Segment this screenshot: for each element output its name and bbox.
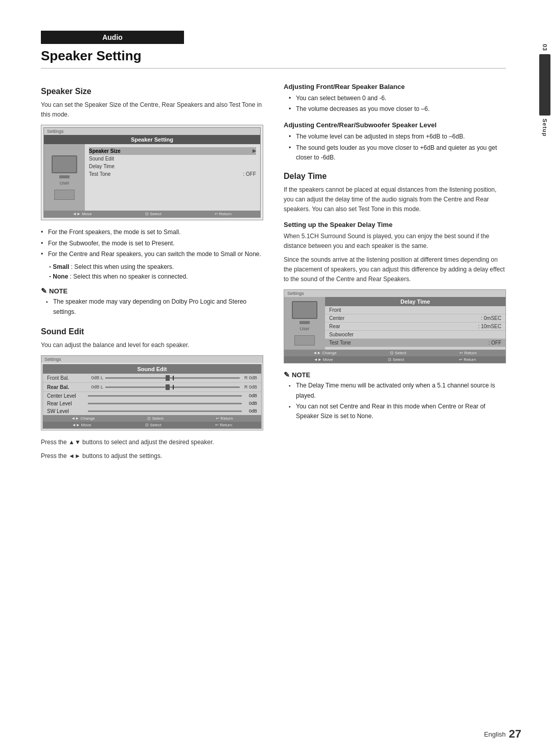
footer-move: ◄► Move [73, 212, 92, 216]
dt-note-title: ✎ NOTE [284, 371, 506, 379]
dt-footer2-select: ⊡ Select [388, 357, 404, 362]
se-footer-return: ↩ Return [216, 416, 233, 421]
mockup-menu-area: Speaker Size ▶ Sound Edit Delay Time [85, 144, 260, 211]
dt-user-label: User [300, 326, 309, 331]
sound-edit-title: Sound Edit [41, 327, 263, 336]
bullet-item: The sound gets louder as you move closer… [289, 143, 506, 163]
se-settings-label: Settings [41, 356, 263, 363]
sw-level-label: SW Level [47, 408, 88, 414]
rear-level-row: Rear Level 0dB [43, 400, 261, 407]
menu-item-sound-edit: Sound Edit [89, 155, 256, 163]
footer-language: English [484, 730, 506, 738]
speaker-size-title: Speaker Size [41, 87, 263, 96]
rear-bal-left: 0dB L [88, 384, 103, 390]
dt-note-item: You can not set Centre and Rear in this … [289, 402, 506, 421]
dt-item-label: Center [329, 315, 344, 321]
setting-up-body1: When 5.1CH Surround Sound is played, you… [284, 232, 506, 251]
delay-time-body: If the speakers cannot be placed at equa… [284, 185, 506, 215]
dt-footer2: ◄► Move ⊡ Select ↩ Return [284, 356, 505, 363]
tv-icon [52, 155, 77, 173]
note-label: NOTE [49, 287, 67, 295]
dt-body: User Delay Time Front Center : 0mSE [284, 297, 505, 350]
rear-level-label: Rear Level [47, 401, 88, 406]
dash-list: - Small : Select this when using the spe… [49, 262, 263, 282]
se-title: Sound Edit [43, 364, 261, 374]
bullet-item: The volume decreases as you move closer … [289, 104, 506, 114]
dt-footer2-return: ↩ Return [459, 357, 476, 362]
mockup-menu-title: Speaker Setting [44, 135, 260, 144]
rear-bal-bar-container: 0dB L R 0dB [88, 384, 257, 390]
front-bal-center [173, 376, 174, 380]
dt-footer: ◄► Change ⊡ Select ↩ Return [284, 350, 505, 356]
side-tab-label: Setup [541, 116, 549, 140]
se-footer-select: ⊡ Select [147, 416, 163, 421]
se-footer: ◄► Change ⊡ Select ↩ Return [43, 415, 261, 422]
dt-item-rear: Rear : 10mSEC [325, 323, 505, 331]
sw-level-row: SW Level 0dB [43, 407, 261, 415]
audio-header: Audio [41, 31, 184, 44]
menu-item-label: Speaker Size [89, 148, 121, 154]
setting-up-title: Setting up the Speaker Delay Time [284, 221, 506, 228]
dt-item-label: Test Tone [329, 340, 351, 346]
bullet-item: The volume level can be adjusted in step… [289, 132, 506, 142]
bullet-item: You can select between 0 and -6. [289, 94, 506, 103]
footer-return: ↩ Return [215, 212, 232, 216]
front-bal-marker [166, 375, 170, 381]
dash-item-small: - Small : Select this when using the spe… [49, 262, 263, 272]
rear-bal-bar [105, 386, 240, 388]
centre-rear-sub-title: Adjusting Centre/Rear/Subwoofer Speaker … [284, 121, 506, 129]
speaker-size-note: ✎ NOTE The speaker mode may vary dependi… [41, 287, 263, 316]
tv-stand [59, 175, 70, 178]
menu-item-label: Sound Edit [89, 156, 114, 162]
dt-item-value: : OFF [488, 340, 501, 346]
rear-bal-row: Rear Bal. 0dB L R 0dB [43, 383, 261, 392]
front-bal-bar-container: 0dB L R 0dB [88, 375, 257, 380]
speaker-icon [54, 190, 75, 200]
speaker-size-body: You can set the Speaker Size of the Cent… [41, 100, 263, 120]
rear-level-val: 0dB [242, 401, 257, 406]
sw-level-val: 0dB [242, 408, 257, 414]
note-icon: ✎ [41, 287, 47, 295]
setting-up-body2: Since the sounds arrive at the listening… [284, 255, 506, 285]
mockup-tv-area: User [44, 144, 85, 211]
side-tab-number: 03 [541, 41, 549, 54]
speaker-size-mockup: Settings Speaker Setting User [41, 125, 263, 220]
sw-level-bar [88, 410, 242, 412]
delay-time-note: ✎ NOTE The Delay Time menu will be activ… [284, 371, 506, 421]
centre-rear-sub-bullets: The volume level can be adjusted in step… [289, 132, 506, 163]
dt-menu-title: Delay Time [325, 297, 505, 306]
user-label: User [59, 180, 69, 186]
rear-bal-label: Rear Bal. [47, 384, 88, 390]
dash-item-none: - None : Select this when no speaker is … [49, 272, 263, 282]
two-col-layout: Speaker Size You can set the Speaker Siz… [41, 77, 506, 465]
mockup-footer: ◄► Move ⊡ Select ↩ Return [44, 211, 260, 217]
dt-footer-select: ⊡ Select [390, 351, 406, 355]
front-bal-left: 0dB L [88, 375, 103, 380]
rear-level-bar [88, 403, 242, 404]
dt-item-value: : 0mSEC [481, 315, 501, 321]
se-footer2-move: ◄► Move [72, 423, 91, 427]
front-bal-row: Front Bal. 0dB L R 0dB [43, 374, 261, 383]
dash-label-none: - None [49, 273, 68, 280]
se-footer-change: ◄► Change [71, 416, 95, 421]
se-footer2-return: ↩ Return [215, 423, 232, 427]
dt-left: User [284, 297, 325, 350]
dt-settings-label: Settings [284, 290, 505, 297]
rear-bal-marker [166, 384, 170, 390]
mockup-settings-label: Settings [44, 128, 260, 135]
footer-select: ⊡ Select [145, 212, 161, 216]
front-bal-bar [105, 377, 240, 379]
dt-item-label: Front [329, 307, 341, 313]
bullet-item: For the Front speakers, the mode is set … [41, 227, 263, 237]
side-tab: 03 Setup [538, 41, 552, 140]
page-title: Speaker Setting [41, 48, 506, 68]
dt-footer-change: ◄► Change [313, 351, 336, 355]
note-item: The speaker mode may vary depending on D… [46, 297, 263, 316]
center-level-bar [88, 395, 242, 397]
dt-right: Delay Time Front Center : 0mSEC Rear [325, 297, 505, 350]
dt-item-front: Front [325, 306, 505, 314]
dt-item-label: Rear [329, 324, 340, 329]
dt-speaker-icon [294, 335, 315, 346]
dash-text-none: : Select this when no speaker is connect… [70, 273, 188, 280]
dt-note-icon: ✎ [284, 371, 290, 379]
